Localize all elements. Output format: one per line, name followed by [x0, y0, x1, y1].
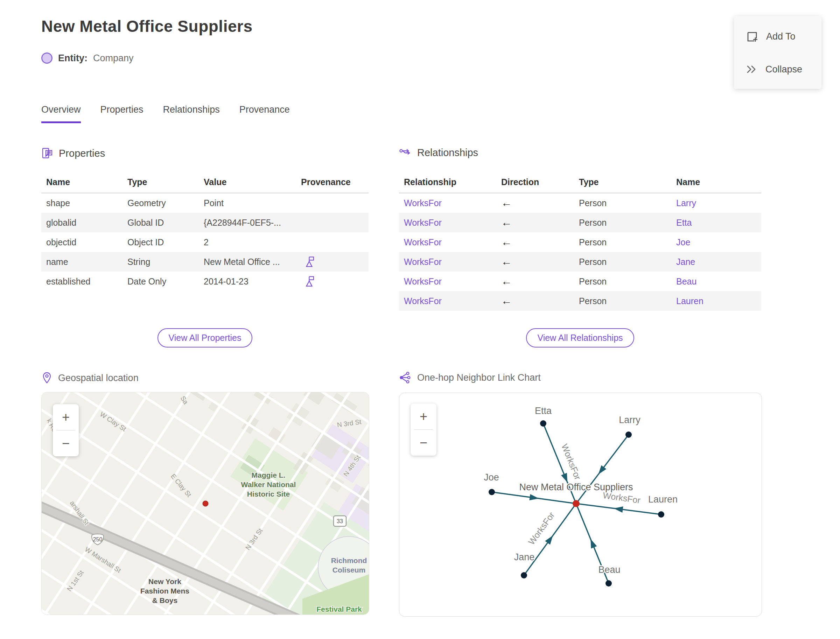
property-value: 2014-01-23: [199, 272, 296, 291]
relationship-direction: ←: [496, 272, 574, 291]
property-name: objectid: [41, 232, 123, 252]
relationship-type: Person: [574, 272, 671, 291]
relationship-row: WorksFor←PersonLarry: [399, 193, 761, 213]
properties-section-header: Properties: [41, 147, 105, 160]
relationship-name-link[interactable]: Etta: [676, 218, 692, 227]
svg-text:New York: New York: [148, 577, 181, 585]
map-zoom-in-button[interactable]: +: [53, 404, 79, 430]
relationships-section-title: Relationships: [417, 147, 478, 159]
linkchart-section-title: One-hop Neighbor Link Chart: [417, 372, 541, 383]
col-provenance: Provenance: [296, 172, 369, 193]
linkchart-svg[interactable]: WorksForWorksForWorksForEttaLarryJoeLaur…: [399, 393, 762, 616]
relationships-icon: [399, 147, 412, 159]
svg-text:33: 33: [337, 518, 343, 524]
tab-properties[interactable]: Properties: [100, 104, 143, 123]
view-all-relationships-wrap: View All Relationships: [399, 328, 761, 348]
route-shield: 33: [334, 516, 346, 526]
property-row: shapeGeometryPoint: [41, 193, 369, 213]
relationship-link[interactable]: WorksFor: [404, 277, 442, 286]
relationship-type: Person: [574, 213, 671, 232]
property-provenance: [296, 232, 369, 252]
chart-zoom-control: + −: [410, 404, 436, 456]
relationship-row: WorksFor←PersonBeau: [399, 272, 761, 291]
node-lauren[interactable]: [658, 511, 664, 518]
add-to-label: Add To: [766, 31, 795, 42]
properties-icon: [41, 147, 53, 160]
svg-text:250: 250: [93, 536, 103, 542]
relationships-section-header: Relationships: [399, 147, 478, 159]
properties-table-body: shapeGeometryPointglobalidGlobal ID{A228…: [41, 193, 369, 291]
property-type: Date Only: [123, 272, 199, 291]
tab-overview[interactable]: Overview: [41, 104, 81, 123]
relationship-name-link[interactable]: Larry: [676, 198, 696, 208]
relationship-type: Person: [574, 252, 671, 272]
relationship-row: WorksFor←PersonLauren: [399, 291, 761, 311]
property-value: 2: [199, 232, 296, 252]
node-jane[interactable]: [521, 572, 527, 579]
col-name: Name: [41, 172, 123, 193]
action-panel: Add To Collapse: [734, 16, 821, 89]
tab-relationships[interactable]: Relationships: [163, 104, 220, 123]
add-to-icon: [746, 30, 759, 43]
relationship-link[interactable]: WorksFor: [404, 257, 442, 267]
property-provenance: [296, 272, 369, 291]
map-zoom-control: + −: [53, 404, 79, 456]
node-label: Beau: [598, 564, 620, 575]
node-larry[interactable]: [625, 431, 632, 438]
tab-provenance[interactable]: Provenance: [239, 104, 290, 123]
map-card[interactable]: 25033k RoW Clay StSaN 3rd StN 4th StMagg…: [41, 392, 369, 615]
property-value: Point: [199, 193, 296, 213]
relationship-name-link[interactable]: Lauren: [676, 296, 703, 306]
relationship-link[interactable]: WorksFor: [404, 218, 442, 227]
property-provenance: [296, 213, 369, 232]
relationship-name-link[interactable]: Jane: [676, 257, 695, 267]
map-zoom-out-button[interactable]: −: [53, 431, 79, 456]
relationship-name-link[interactable]: Beau: [676, 277, 697, 286]
property-name: established: [41, 272, 123, 291]
relationship-direction: ←: [496, 252, 574, 272]
col-rel-type: Type: [574, 172, 671, 193]
property-provenance: [296, 252, 369, 272]
collapse-button[interactable]: Collapse: [734, 64, 821, 75]
relationship-link[interactable]: WorksFor: [404, 198, 442, 208]
view-all-relationships-button[interactable]: View All Relationships: [526, 328, 634, 348]
node-label: Etta: [535, 405, 552, 416]
col-value: Value: [199, 172, 296, 193]
relationship-type: Person: [574, 193, 671, 213]
node-beau[interactable]: [606, 580, 612, 587]
node-label: Lauren: [648, 494, 678, 505]
svg-text:Walker National: Walker National: [241, 480, 296, 488]
col-type: Type: [123, 172, 199, 193]
relationships-table-header: Relationship Direction Type Name: [399, 172, 761, 193]
relationships-table: Relationship Direction Type Name WorksFo…: [399, 172, 761, 311]
relationship-link[interactable]: WorksFor: [404, 237, 442, 247]
add-to-button[interactable]: Add To: [734, 30, 821, 43]
property-name: globalid: [41, 213, 123, 232]
node-joe[interactable]: [488, 489, 495, 495]
view-all-properties-button[interactable]: View All Properties: [158, 328, 253, 348]
map-svg[interactable]: 25033k RoW Clay StSaN 3rd StN 4th StMagg…: [41, 392, 369, 615]
provenance-flag-icon[interactable]: [306, 256, 316, 268]
center-node[interactable]: [573, 500, 580, 507]
property-value: New Metal Office ...: [199, 252, 296, 272]
relationship-name-link[interactable]: Joe: [676, 237, 690, 247]
linkchart-card[interactable]: WorksForWorksForWorksForEttaLarryJoeLaur…: [399, 393, 762, 617]
relationship-link[interactable]: WorksFor: [404, 296, 442, 306]
svg-text:Historic Site: Historic Site: [247, 490, 290, 498]
chart-zoom-in-button[interactable]: +: [410, 404, 436, 429]
property-row: nameStringNew Metal Office ...: [41, 252, 369, 272]
svg-text:Festival Park: Festival Park: [317, 605, 362, 613]
property-value: {A228944F-0EF5-...: [199, 213, 296, 232]
entity-detail-page: New Metal Office Suppliers Entity: Compa…: [0, 0, 840, 639]
property-row: globalidGlobal ID{A228944F-0EF5-...: [41, 213, 369, 232]
provenance-flag-icon[interactable]: [306, 275, 316, 287]
node-etta[interactable]: [540, 420, 546, 427]
tab-bar: Overview Properties Relationships Proven…: [41, 104, 290, 123]
relationships-table-body: WorksFor←PersonLarryWorksFor←PersonEttaW…: [399, 193, 761, 311]
property-name: name: [41, 252, 123, 272]
col-direction: Direction: [496, 172, 574, 193]
svg-text:& Boys: & Boys: [152, 596, 177, 604]
chart-zoom-out-button[interactable]: −: [410, 430, 436, 456]
col-relationship: Relationship: [399, 172, 496, 193]
linkchart-section-header: One-hop Neighbor Link Chart: [399, 372, 541, 383]
